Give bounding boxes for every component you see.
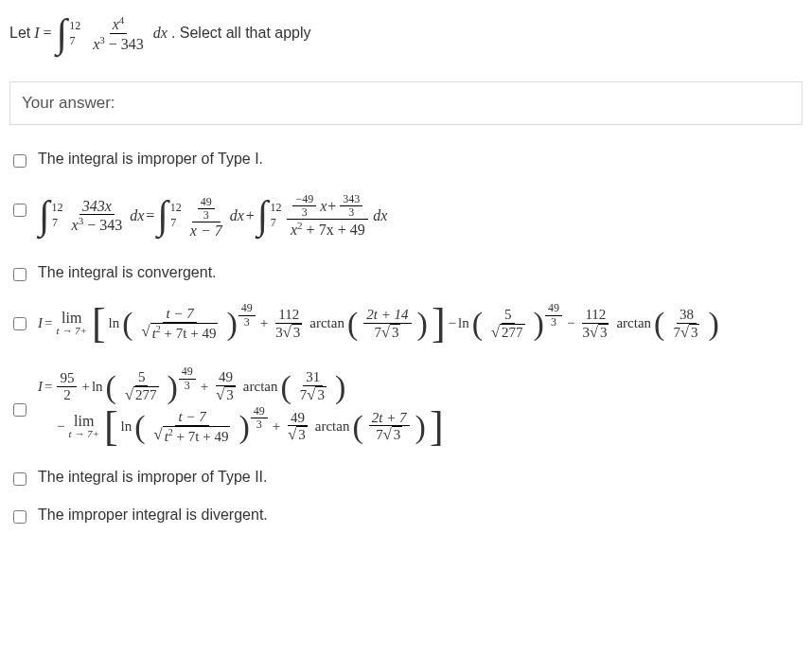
option-5-checkbox[interactable] — [13, 403, 26, 417]
option-5: I = 952 + ln ( 5√277 ) 493 + 49√3 arctan… — [9, 364, 803, 450]
option-3: The integral is convergent. — [9, 262, 803, 283]
option-4-equation: I = limt → 7+ [ ln ( t − 7 √t2 + 7t + 49… — [38, 306, 803, 341]
option-5-eq-a: I = 952 + ln ( 5√277 ) 493 + 49√3 arctan… — [38, 369, 803, 403]
option-1-label: The integral is improper of Type I. — [38, 149, 803, 169]
q-suffix: . Select all that apply — [171, 23, 311, 44]
option-2-checkbox[interactable] — [13, 204, 26, 217]
integral-symbol: ∫127 — [157, 200, 168, 232]
option-7: The improper integral is divergent. — [9, 505, 803, 525]
q-dx: dx — [153, 23, 168, 44]
option-1: The integral is improper of Type I. — [9, 149, 803, 169]
option-4: I = limt → 7+ [ ln ( t − 7 √t2 + 7t + 49… — [9, 300, 803, 347]
option-2-equation: ∫127 343x x3 − 343 dx = ∫127 493 x − 7 d… — [38, 192, 803, 240]
question-prompt: Let I = ∫ 12 7 x4 x3 − 343 dx . Select a… — [9, 14, 803, 53]
integral-symbol: ∫127 — [257, 200, 269, 232]
q-let: Let — [9, 23, 30, 44]
integral-symbol: ∫ 12 7 — [57, 18, 68, 50]
option-6: The integral is improper of Type II. — [9, 467, 803, 488]
option-6-checkbox[interactable] — [13, 472, 26, 486]
option-2: ∫127 343x x3 − 343 dx = ∫127 493 x − 7 d… — [9, 187, 803, 245]
integral-symbol: ∫127 — [39, 200, 50, 232]
option-1-checkbox[interactable] — [13, 154, 26, 168]
option-6-label: The integral is improper of Type II. — [38, 467, 803, 488]
option-3-label: The integral is convergent. — [38, 262, 803, 283]
option-7-label: The improper integral is divergent. — [38, 505, 803, 525]
option-4-checkbox[interactable] — [13, 317, 26, 330]
answer-section-header: Your answer: — [9, 81, 803, 125]
option-5-eq-b: − limt → 7+ [ ln ( t − 7 √t2 + 7t + 49 )… — [57, 409, 803, 444]
q-var: I — [34, 23, 39, 44]
q-frac: x4 x3 − 343 — [90, 14, 147, 53]
option-7-checkbox[interactable] — [13, 510, 26, 524]
option-3-checkbox[interactable] — [13, 268, 26, 281]
q-eq: = — [44, 23, 52, 44]
